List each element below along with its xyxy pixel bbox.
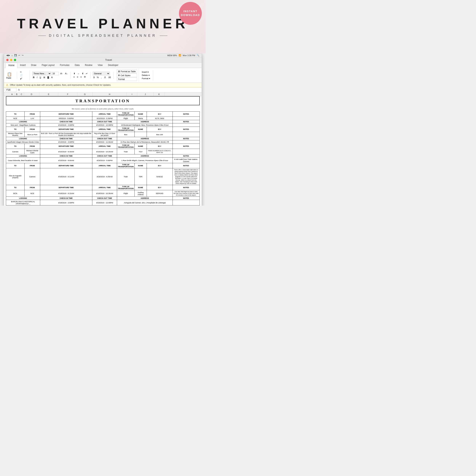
- checkout-time-3[interactable]: 4/18/2019 - 5:00PM: [92, 158, 117, 163]
- checkin-time-4[interactable]: 4/18/2019 - 2:00PM: [40, 200, 92, 205]
- cut-button[interactable]: ✂: [19, 70, 22, 74]
- col-j[interactable]: J: [137, 93, 153, 96]
- cell-type-ter[interactable]: Train: [117, 168, 135, 185]
- cell-arr-bcn[interactable]: 4/18/2019 - 10:35AM: [92, 190, 117, 197]
- cell-to-bcn[interactable]: BCN: [6, 190, 25, 197]
- cell-arr-nice[interactable]: 4/18/2019 - 6:39AM: [92, 168, 117, 185]
- paste-button[interactable]: 📋: [6, 72, 13, 77]
- align-bottom-button[interactable]: ⬇: [81, 72, 84, 75]
- cell-name-tgv[interactable]: TGV: [135, 149, 147, 154]
- font-color-button[interactable]: A: [51, 76, 53, 79]
- cell-id[interactable]: Bus 100: [147, 132, 172, 137]
- lodging-name[interactable]: Nice port : Magnifique 3 pièces: [6, 123, 40, 127]
- delete-button[interactable]: Delete ▾: [141, 74, 151, 77]
- address-4[interactable]: Avinguda del Carmel, 325, L'Hospitalet d…: [117, 200, 173, 205]
- cell-from[interactable]: LAX: [25, 117, 40, 120]
- checkout-time-2[interactable]: 4/15/2019 - 11:00AM: [92, 140, 117, 144]
- cell-to-cannes[interactable]: Cannes: [6, 149, 25, 154]
- col-i[interactable]: I: [127, 93, 137, 96]
- merge-button[interactable]: ⊟: [83, 75, 86, 78]
- align-right-button[interactable]: ≡: [80, 75, 83, 78]
- cell-name-vueling[interactable]: Vueling Airlines: [135, 190, 147, 197]
- save-icon[interactable]: 💾: [14, 54, 17, 57]
- lodging-notes-4[interactable]: [172, 200, 200, 205]
- col-k[interactable]: K: [153, 93, 165, 96]
- cell-transport-type[interactable]: Bus: [117, 132, 135, 137]
- cell-dep-bcn[interactable]: 4/18/2019 - 9:15AM: [40, 190, 92, 197]
- cell-notes-cannes[interactable]: [172, 149, 200, 154]
- lodging-name-4[interactable]: BARCELONA'S HISTORICAL APARTMENT(3-...: [6, 200, 40, 205]
- nav-arrows[interactable]: ◀ ▶: [6, 54, 10, 57]
- border-button[interactable]: ⊞: [43, 76, 46, 79]
- dollar-button[interactable]: $: [93, 76, 95, 79]
- tab-data[interactable]: Data: [72, 63, 82, 68]
- cell-type-flight2[interactable]: Flight: [117, 190, 135, 197]
- font-increase-button[interactable]: A↑: [60, 72, 64, 75]
- search-icon[interactable]: 🔍: [197, 54, 199, 57]
- cell-dep-cannes[interactable]: 4/15/2019 - 9:33AM: [40, 149, 92, 154]
- decrease-decimal-button[interactable]: .0: [103, 76, 106, 79]
- address-2[interactable]: 2A Rue des Martyrs de la Résistance, Bea…: [117, 140, 173, 144]
- cell-name[interactable]: Iberia: [135, 117, 147, 120]
- maximize-button[interactable]: [14, 59, 16, 61]
- cell-name-ter[interactable]: TER: [135, 168, 147, 185]
- close-button[interactable]: [6, 59, 9, 61]
- cell-from-monaco[interactable]: Monaco Monte Carlo: [25, 149, 40, 154]
- align-top-button[interactable]: ⬆: [73, 72, 76, 75]
- checkout-time-4[interactable]: 4/23/2019 - 12:00PM: [92, 200, 117, 205]
- bold-button[interactable]: B: [32, 76, 35, 79]
- home-icon[interactable]: ⌂: [11, 54, 13, 57]
- col-e[interactable]: E: [39, 93, 58, 96]
- cell-from-nce[interactable]: NCE: [25, 190, 40, 197]
- tab-formulas[interactable]: Formulas: [57, 63, 72, 68]
- format-as-table-button[interactable]: ⊞ Cell Styles: [117, 73, 137, 77]
- lodging-notes[interactable]: [172, 123, 200, 127]
- checkout-time[interactable]: 4/13/2019 - 12:00PM: [92, 123, 117, 127]
- cell-arrival[interactable]: Pay at the Bus Stop 1.5 Euro per person: [92, 132, 117, 137]
- wrap-text-button[interactable]: ↵: [85, 72, 88, 75]
- number-format-select[interactable]: General: [93, 72, 110, 75]
- align-middle-button[interactable]: ↔: [77, 72, 80, 75]
- cell-arrival[interactable]: 4/10/2019 - 5:35PM: [92, 117, 117, 120]
- cell-to[interactable]: Monaco Place Des Moulins: [6, 132, 25, 137]
- cell-name[interactable]: [135, 132, 147, 137]
- address[interactable]: 19 Boulevard Stalingrad, Nice, Provence-…: [117, 123, 173, 127]
- col-g[interactable]: G: [77, 93, 93, 96]
- cell-to[interactable]: NCE: [6, 117, 25, 120]
- cell-transport-type[interactable]: Flight: [117, 117, 135, 120]
- fill-color-button[interactable]: ▓: [47, 76, 50, 79]
- cell-notes-nice[interactable]: Trains offer a reasonable alternative to…: [172, 168, 200, 185]
- align-center-button[interactable]: ≡: [76, 75, 79, 78]
- lodging-notes-2[interactable]: [172, 140, 200, 144]
- cell-id[interactable]: 6170, 3630: [147, 117, 172, 120]
- font-decrease-button[interactable]: A↓: [64, 72, 68, 75]
- col-f[interactable]: F: [58, 93, 77, 96]
- lodging-name-3[interactable]: Casa Dolcevita, Best location in town.: [6, 158, 40, 163]
- cell-notes[interactable]: [172, 132, 200, 137]
- col-c[interactable]: C: [19, 93, 24, 96]
- comma-button[interactable]: ,: [100, 76, 102, 79]
- cell-to-nice[interactable]: Nice St Augustin (Airport): [6, 168, 25, 185]
- cell-id-vueling[interactable]: EEFKHD: [147, 190, 172, 197]
- col-a[interactable]: A: [10, 93, 15, 96]
- font-name-select[interactable]: Times New...: [32, 72, 51, 75]
- cell-notes[interactable]: [172, 117, 200, 120]
- cell-dep-nice[interactable]: 4/18/2019 - 6:11AM: [40, 168, 92, 185]
- checkin-time-3[interactable]: 4/15/2019 - 8:00AM: [40, 158, 92, 163]
- tab-view[interactable]: View: [95, 63, 105, 68]
- copy-button[interactable]: 📄: [19, 74, 23, 77]
- tab-developer[interactable]: Developer: [105, 63, 121, 68]
- tab-draw[interactable]: Draw: [28, 63, 39, 68]
- undo-icon[interactable]: ↩: [18, 54, 20, 57]
- cell-styles-button[interactable]: Format: [117, 78, 137, 81]
- checkin-time[interactable]: 4/10/2019 - 3:00PM: [40, 123, 92, 127]
- insert-button[interactable]: Insert ▾: [141, 70, 150, 74]
- col-b[interactable]: B: [15, 93, 19, 96]
- minimize-button[interactable]: [10, 59, 12, 61]
- cell-type-train[interactable]: Train: [117, 149, 135, 154]
- increase-decimal-button[interactable]: .00: [107, 76, 112, 79]
- col-h[interactable]: H: [93, 93, 127, 96]
- format-button[interactable]: Format ▾: [141, 77, 151, 80]
- cell-from[interactable]: Nice Le Port: [25, 132, 40, 137]
- col-d[interactable]: D: [24, 93, 39, 96]
